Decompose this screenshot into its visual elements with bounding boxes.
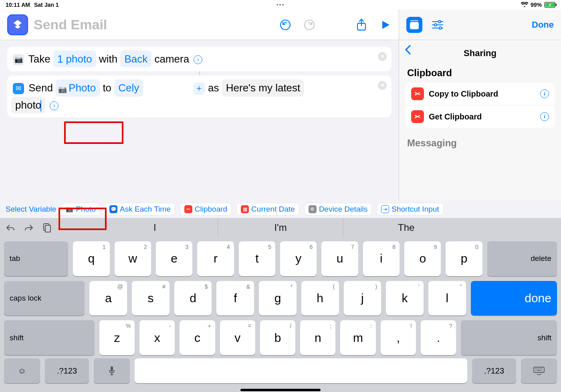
key-k[interactable]: k' <box>386 281 424 316</box>
svg-rect-23 <box>537 370 541 371</box>
prediction[interactable]: The <box>343 218 469 237</box>
key-u[interactable]: u7 <box>321 241 358 276</box>
key-numeric[interactable]: .?123 <box>472 358 516 383</box>
action-take-photo[interactable]: 📷 Take 1 photo with Back camera › ✕ <box>7 46 391 71</box>
token-recipient[interactable]: Cely <box>114 79 143 96</box>
prediction[interactable]: I'm <box>218 218 343 237</box>
chip-ask-each-time[interactable]: 💬Ask Each Time <box>105 203 175 215</box>
select-variable-label[interactable]: Select Variable <box>6 205 56 214</box>
action-send-email[interactable]: ✉︎ Send 📷Photo to Cely + as Here's my la… <box>7 75 391 117</box>
scissors-icon: ✂︎ <box>411 110 424 123</box>
svg-rect-17 <box>535 368 536 369</box>
key-x[interactable]: x- <box>139 320 175 355</box>
undo-button[interactable] <box>279 19 291 31</box>
key-hide-keyboard[interactable] <box>521 358 557 383</box>
key-y[interactable]: y6 <box>280 241 317 276</box>
action-library-button[interactable] <box>406 17 422 33</box>
shortcut-title[interactable]: Send Email <box>34 17 107 32</box>
chip-photo[interactable]: 📷Photo <box>62 203 100 215</box>
key-capslock[interactable]: caps lock <box>4 281 85 316</box>
delete-action-button[interactable]: ✕ <box>378 81 387 90</box>
key-i[interactable]: i8 <box>363 241 400 276</box>
done-button[interactable]: Done <box>532 20 554 30</box>
key-n[interactable]: n; <box>300 320 335 355</box>
action-get-clipboard[interactable]: ✂︎ Get Clipboard i <box>406 105 555 128</box>
workflow-canvas[interactable]: 📷 Take 1 photo with Back camera › ✕ ✉︎ S… <box>0 40 399 200</box>
camera-icon: 📷 <box>13 54 24 65</box>
settings-sliders-button[interactable] <box>430 17 446 33</box>
key-e[interactable]: e3 <box>156 241 192 276</box>
key-v[interactable]: v= <box>220 320 255 355</box>
share-button[interactable] <box>355 19 367 31</box>
chip-clipboard[interactable]: ✂︎Clipboard <box>180 203 231 215</box>
key-z[interactable]: z% <box>99 320 135 355</box>
token-camera[interactable]: Back <box>120 51 151 67</box>
key-dictation[interactable] <box>94 358 130 383</box>
info-button[interactable]: i <box>540 89 549 98</box>
svg-point-5 <box>412 25 413 26</box>
svg-rect-24 <box>541 370 542 371</box>
key-o[interactable]: o9 <box>404 241 441 276</box>
delete-action-button[interactable]: ✕ <box>378 52 387 61</box>
text-send: Send <box>28 82 53 94</box>
key-done[interactable]: done <box>471 281 557 316</box>
key-m[interactable]: m: <box>340 320 375 355</box>
key-shift-left[interactable]: shift <box>4 320 95 355</box>
status-date: Sat Jan 1 <box>34 2 59 8</box>
token-photo-count[interactable]: 1 photo <box>53 51 96 67</box>
info-button[interactable]: i <box>540 112 549 121</box>
wifi-icon <box>521 2 528 8</box>
key-h[interactable]: h( <box>301 281 339 316</box>
key-f[interactable]: f& <box>216 281 254 316</box>
key-a[interactable]: a@ <box>89 281 127 316</box>
subject-field-cont[interactable]: photo <box>11 97 45 113</box>
svg-rect-18 <box>537 368 537 369</box>
key-w[interactable]: w2 <box>115 241 151 276</box>
chip-current-date[interactable]: ▦Current Date <box>237 203 299 215</box>
chat-icon: 💬 <box>109 205 117 213</box>
expand-options-button[interactable]: › <box>194 55 202 64</box>
key-q[interactable]: q1 <box>73 241 109 276</box>
key-j[interactable]: j) <box>344 281 381 316</box>
key-shift-right[interactable]: shift <box>461 320 557 355</box>
key-emoji[interactable]: ☺ <box>4 358 40 383</box>
key-t[interactable]: t5 <box>239 241 275 276</box>
key-b[interactable]: b/ <box>260 320 295 355</box>
chip-device-details[interactable]: ⚙︎Device Details <box>305 203 371 215</box>
battery-percent: 99% <box>531 2 542 8</box>
text-as: as <box>208 82 219 94</box>
key-numeric[interactable]: .?123 <box>45 358 89 383</box>
key-tab[interactable]: tab <box>4 241 68 276</box>
key-g[interactable]: g* <box>259 281 297 316</box>
back-button[interactable] <box>405 45 411 55</box>
prediction[interactable]: I <box>92 218 218 237</box>
sidebar-header: Done <box>399 10 561 40</box>
key-s[interactable]: s# <box>132 281 170 316</box>
key-l[interactable]: l" <box>428 281 466 316</box>
key-,[interactable]: ,! <box>381 320 416 355</box>
key-delete[interactable]: delete <box>487 241 557 276</box>
svg-point-8 <box>438 20 441 23</box>
svg-rect-3 <box>410 20 418 21</box>
key-p[interactable]: p0 <box>446 241 482 276</box>
key-space[interactable] <box>135 358 467 383</box>
shortcut-icon[interactable] <box>7 14 28 35</box>
kb-paste-button[interactable] <box>42 223 54 232</box>
multitask-dots[interactable]: ••• <box>276 2 285 8</box>
key-.[interactable]: .? <box>421 320 456 355</box>
svg-point-0 <box>280 20 290 30</box>
input-icon: ⇥ <box>381 205 389 213</box>
key-c[interactable]: c+ <box>180 320 215 355</box>
expand-options-button[interactable]: › <box>50 101 59 110</box>
key-r[interactable]: r4 <box>197 241 234 276</box>
subject-field[interactable]: Here's my latest <box>222 79 305 96</box>
home-indicator[interactable] <box>240 389 321 391</box>
run-button[interactable] <box>379 19 391 31</box>
key-d[interactable]: d$ <box>174 281 212 316</box>
token-photo-variable[interactable]: 📷Photo <box>56 79 100 96</box>
chip-shortcut-input[interactable]: ⇥Shortcut Input <box>377 203 443 215</box>
kb-undo-button[interactable] <box>6 224 17 232</box>
kb-redo-button[interactable] <box>24 224 35 232</box>
action-copy-to-clipboard[interactable]: ✂︎ Copy to Clipboard i <box>406 83 555 105</box>
add-recipient-button[interactable]: + <box>193 83 205 95</box>
